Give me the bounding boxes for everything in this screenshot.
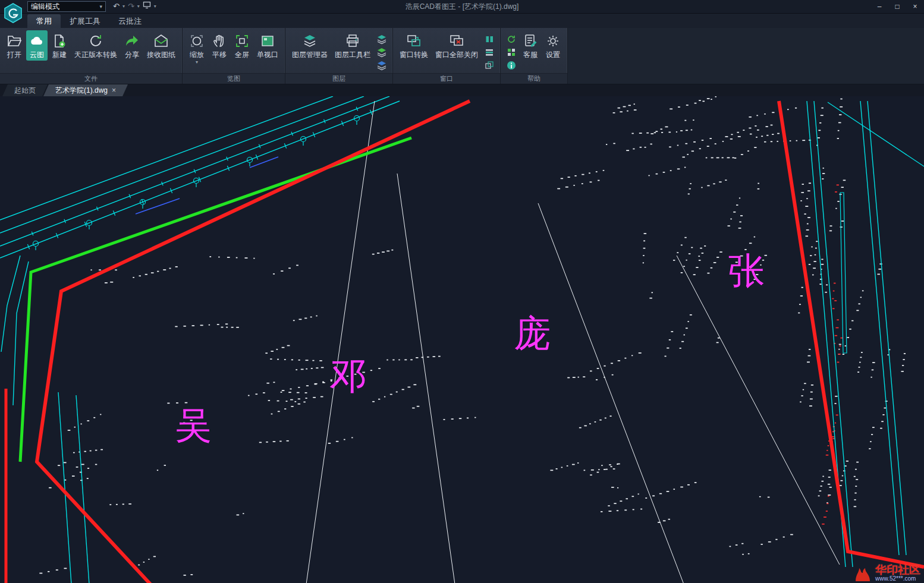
watermark-title: 华印社区 <box>875 564 920 576</box>
red-right-boundary <box>779 101 924 567</box>
cascade-windows-icon[interactable] <box>483 59 495 71</box>
cyan-right-diagonal <box>828 102 924 166</box>
titlebar: 编辑模式 ▾ ↶ ▾ ↷ ▾ ▾ 浩辰CAD看图王 - [艺术学院(1).dwg… <box>0 0 924 14</box>
button-label: 客服 <box>523 51 538 59</box>
ribbon-group-help: 客服 设置 帮助 <box>501 28 568 84</box>
app-logo-icon[interactable] <box>2 1 24 25</box>
layer-stack-teal-icon[interactable] <box>376 33 388 45</box>
close-all-windows-button[interactable]: 窗口全部关闭 <box>432 30 481 61</box>
receive-drawings-icon <box>153 33 169 49</box>
customize-toolbar-icon[interactable] <box>142 1 152 12</box>
cyan-median-rect <box>840 193 847 353</box>
red-boundary-main <box>37 101 470 583</box>
doc-tab-label: 起始页 <box>14 86 36 96</box>
redo-button[interactable]: ↷ <box>127 1 136 12</box>
group-label-view: 览图 <box>183 73 285 84</box>
folder-open-icon <box>7 33 22 49</box>
ribbon-group-window: 窗口转换 窗口全部关闭 窗口 <box>393 28 501 84</box>
button-label: 天正版本转换 <box>74 51 117 59</box>
zoom-button[interactable]: 缩放 ▾ <box>186 30 208 66</box>
cyan-right-4 <box>868 101 906 555</box>
customer-support-button[interactable]: 客服 <box>520 30 541 61</box>
layer-stack-blue-icon[interactable] <box>376 59 388 71</box>
single-viewport-button[interactable]: 单视口 <box>254 30 281 61</box>
doc-tab-start-page[interactable]: 起始页 <box>2 84 48 96</box>
zoom-dropdown-icon[interactable]: ▾ <box>196 61 198 64</box>
ribbon-empty-area <box>568 28 924 84</box>
doc-tab-label: 艺术学院(1).dwg <box>55 86 108 96</box>
owner-label: 邓 <box>329 354 366 398</box>
ribbon: 打开 云图 新建 天正版本转换 <box>0 28 924 84</box>
cad-drawing[interactable]: 吴邓庞张 <box>0 96 924 583</box>
button-label: 窗口全部关闭 <box>435 51 478 59</box>
window-switch-icon <box>406 33 422 49</box>
open-button[interactable]: 打开 <box>4 30 25 61</box>
ribbon-group-layer: 图层管理器 图层工具栏 图层 <box>285 28 393 84</box>
doc-tab-drawing[interactable]: 艺术学院(1).dwg × <box>43 84 128 96</box>
new-file-icon <box>52 33 67 49</box>
share-button[interactable]: 分享 <box>121 30 143 61</box>
mode-select[interactable]: 编辑模式 ▾ <box>27 1 106 12</box>
white-divider-4 <box>677 256 840 565</box>
share-icon <box>124 33 140 49</box>
watermark-url: www.52***.com <box>875 576 920 582</box>
owner-label: 张 <box>728 249 765 292</box>
window-controls: – □ × <box>870 1 924 13</box>
zoom-icon <box>189 33 205 49</box>
fullscreen-button[interactable]: 全屏 <box>231 30 253 61</box>
undo-button[interactable]: ↶ <box>112 1 121 12</box>
tile-horizontal-icon[interactable] <box>483 46 495 58</box>
cyan-bottomleft-2 <box>76 395 89 583</box>
close-tab-icon[interactable]: × <box>112 86 116 94</box>
cyan-right-3 <box>860 101 899 555</box>
undo-dropdown-icon[interactable]: ▾ <box>121 1 126 12</box>
toolbar-dropdown-icon[interactable]: ▾ <box>153 1 158 12</box>
group-label-help: 帮助 <box>501 73 567 84</box>
new-file-button[interactable]: 新建 <box>49 30 70 61</box>
quick-access-toolbar: ↶ ▾ ↷ ▾ ▾ <box>112 1 158 12</box>
help-mini-tools <box>504 30 518 71</box>
cyan-left-1 <box>1 256 20 352</box>
maximize-button[interactable]: □ <box>888 1 906 13</box>
button-label: 打开 <box>7 51 21 59</box>
layer-manager-icon <box>302 33 318 49</box>
owner-label: 吴 <box>175 404 212 447</box>
sync-icon[interactable] <box>505 33 517 45</box>
mode-select-value: 编辑模式 <box>31 2 59 12</box>
green-boundary <box>20 138 411 462</box>
minimize-button[interactable]: – <box>870 1 888 13</box>
window-switch-button[interactable]: 窗口转换 <box>397 30 431 61</box>
cyan-road-4 <box>0 96 333 220</box>
watermark: 华印社区 www.52***.com <box>853 564 920 582</box>
cyan-road-3 <box>0 96 364 233</box>
button-label: 新建 <box>52 51 67 59</box>
pan-button[interactable]: 平移 <box>209 30 230 61</box>
receive-drawings-button[interactable]: 接收图纸 <box>144 30 178 61</box>
tianzheng-convert-button[interactable]: 天正版本转换 <box>71 30 120 61</box>
tab-home[interactable]: 常用 <box>27 14 61 28</box>
button-label: 窗口转换 <box>400 51 428 59</box>
cloud-drawing-button[interactable]: 云图 <box>26 30 48 61</box>
fullscreen-icon <box>234 33 250 49</box>
redo-dropdown-icon[interactable]: ▾ <box>136 1 141 12</box>
tab-extended-tools[interactable]: 扩展工具 <box>61 14 109 28</box>
button-label: 缩放 <box>190 51 204 59</box>
tile-vertical-icon[interactable] <box>483 33 495 45</box>
layer-toolbar-button[interactable]: 图层工具栏 <box>332 30 373 61</box>
layer-stack-green-icon[interactable] <box>376 46 388 58</box>
layer-manager-button[interactable]: 图层管理器 <box>289 30 331 61</box>
apps-grid-icon[interactable] <box>505 46 517 58</box>
group-label-window: 窗口 <box>393 73 500 84</box>
tab-cloud-annotation[interactable]: 云批注 <box>109 14 150 28</box>
button-label: 单视口 <box>257 51 278 59</box>
watermark-logo-icon <box>853 564 873 582</box>
white-divider-3 <box>538 203 684 583</box>
drawing-canvas[interactable]: 吴邓庞张 华印社区 www.52***.com <box>0 96 924 583</box>
button-label: 平移 <box>212 51 227 59</box>
settings-button[interactable]: 设置 <box>542 30 564 61</box>
cyan-right-2 <box>814 101 853 567</box>
gear-icon <box>545 33 561 49</box>
button-label: 全屏 <box>235 51 249 59</box>
close-button[interactable]: × <box>906 1 924 13</box>
info-icon[interactable] <box>505 59 517 71</box>
